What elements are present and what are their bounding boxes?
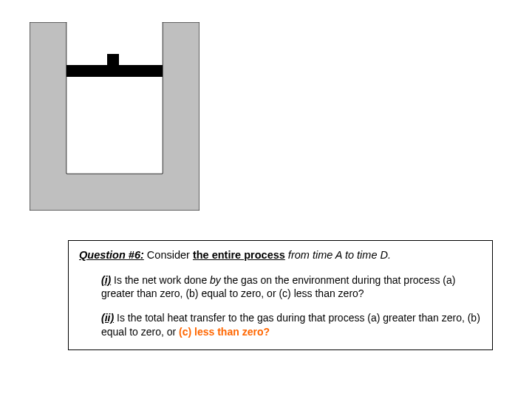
- svg-rect-2: [30, 174, 200, 211]
- svg-rect-7: [67, 22, 163, 174]
- part-i: (i) Is the net work done by the gas on t…: [101, 273, 482, 301]
- piston-figure: [30, 22, 200, 211]
- svg-rect-8: [66, 65, 163, 77]
- part-i-by: by: [210, 274, 221, 286]
- part-ii-highlight: (c) less than zero?: [179, 326, 270, 338]
- question-label: Question #6:: [79, 249, 144, 261]
- piston-svg: [30, 22, 200, 211]
- svg-rect-9: [107, 54, 119, 65]
- question-tail: from time A to time D.: [285, 249, 391, 261]
- part-i-label: (i): [101, 274, 111, 286]
- question-process: the entire process: [193, 249, 285, 261]
- part-ii: (ii) Is the total heat transfer to the g…: [101, 311, 482, 339]
- question-lead: Consider: [144, 249, 193, 261]
- question-box: Question #6: Consider the entire process…: [68, 240, 493, 350]
- part-ii-label: (ii): [101, 312, 114, 324]
- question-head: Question #6: Consider the entire process…: [79, 248, 482, 263]
- part-ii-text-a: Is the total heat transfer to the gas du…: [101, 312, 480, 338]
- part-i-text-a: Is the net work done: [111, 274, 210, 286]
